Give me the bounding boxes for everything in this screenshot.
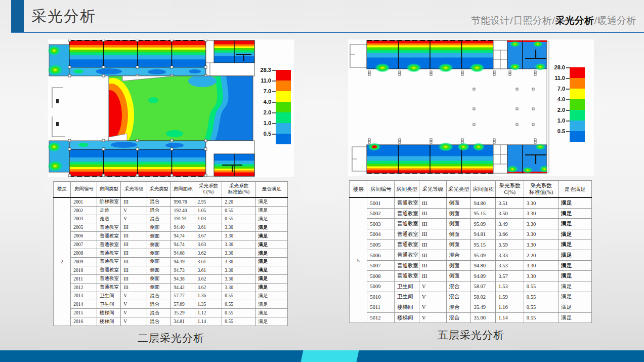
daylight-type: 侧面 [147, 266, 171, 274]
legend-value-label: 7.0 [259, 88, 271, 94]
daylight-coefficient: 1.35 [195, 300, 222, 309]
daylight-coefficient: 3.63 [195, 240, 222, 249]
daylight-grade: V [121, 215, 147, 223]
standard-value: 0.55 [524, 292, 558, 302]
panel-floor5: 28.011.07.04.02.01.00.5 楼层房间编号房间类型采光等级采光… [348, 39, 594, 342]
standard-value: 3.30 [222, 274, 255, 283]
breadcrumb-item: 采光分析 [555, 15, 594, 26]
daylight-type: 混合 [147, 215, 171, 223]
daylight-type: 侧面 [147, 223, 171, 232]
room-area: 94.74 [171, 240, 195, 249]
room-type: 普通教室 [97, 223, 121, 232]
room-area: 34.81 [171, 317, 195, 326]
legend-value-label: 4.0 [259, 99, 271, 105]
page-title: 采光分析 [31, 6, 96, 27]
room-area: 94.39 [171, 257, 195, 266]
room-id: 5008 [367, 271, 395, 281]
column-header: 是否满足 [559, 181, 592, 198]
room-id: 2012 [71, 283, 97, 292]
table-row: 55001普通教室III侧面94.803.513.30满足 [350, 197, 592, 208]
column-header: 采光系数标准值(%) [222, 182, 255, 197]
legend-tick [272, 91, 276, 92]
room-id: 5004 [367, 229, 395, 240]
satisfied-status: 满足 [559, 229, 592, 240]
table-row: 5007普通教室III侧面94.803.533.30满足 [350, 260, 592, 271]
room-id: 5011 [367, 302, 395, 313]
room-id: 5012 [367, 312, 395, 323]
room-area: 94.80 [471, 260, 496, 271]
breadcrumb-separator: / [510, 15, 512, 26]
daylight-coefficient: 1.05 [195, 206, 222, 215]
room-type: 楼梯间 [97, 317, 121, 326]
legend-tick [566, 120, 570, 122]
room-id: 5002 [367, 208, 395, 219]
daylight-grade: III [419, 208, 446, 219]
legend-tick [566, 99, 570, 100]
standard-value: 3.30 [524, 219, 558, 229]
legend-color-band [570, 99, 585, 110]
legend-tick [566, 110, 570, 111]
room-id: 2014 [71, 300, 97, 309]
daylight-coefficient: 1.36 [195, 292, 222, 300]
daylight-coefficient: 3.57 [496, 271, 524, 281]
room-type: 普通教室 [395, 260, 419, 271]
table-row: 5012楼梯间V混合35.001.140.55满足 [350, 312, 592, 323]
room-area: 94.81 [471, 229, 496, 240]
legend-tick [272, 81, 276, 82]
room-area: 58.02 [471, 292, 496, 302]
room-area: 35.29 [171, 309, 195, 317]
room-area: 57.77 [171, 292, 195, 300]
room-area: 94.80 [471, 197, 496, 208]
table-row: 2013卫生间V混合57.771.360.55满足 [54, 292, 288, 300]
daylight-coefficient: 3.61 [195, 257, 222, 266]
legend-value-label: 0.5 [552, 128, 565, 134]
standard-value: 0.55 [222, 206, 255, 215]
column-header: 采光系数标准值(%) [524, 181, 558, 198]
daylight-grade: V [419, 312, 446, 323]
room-type: 卫生间 [395, 292, 419, 302]
legend-value-label: 7.0 [552, 86, 565, 92]
daylight-coefficient: 3.59 [496, 239, 524, 250]
daylight-type: 混合 [446, 312, 471, 323]
room-type: 卫生间 [97, 300, 121, 309]
daylight-type: 混合 [147, 206, 171, 215]
daylight-type: 混合 [147, 197, 171, 206]
floor5-table: 楼层房间编号房间类型采光等级采光类型房间面积采光系数C(%)采光系数标准值(%)… [349, 180, 592, 323]
title-accent-bar [11, 0, 24, 32]
daylight-type: 混合 [446, 250, 471, 261]
daylight-type: 侧面 [147, 232, 171, 240]
satisfied-status: 满足 [559, 197, 592, 208]
room-id: 2016 [71, 317, 97, 326]
column-header: 采光类型 [147, 182, 171, 197]
table-row: 5010卫生间V混合58.021.590.55满足 [350, 292, 592, 302]
satisfied-status: 满足 [255, 206, 288, 215]
room-id: 2011 [71, 274, 97, 283]
room-id: 2010 [71, 266, 97, 274]
legend-value-label: 4.0 [552, 96, 565, 102]
table-row: 5005普通教室III侧面95.153.593.30满足 [350, 239, 592, 250]
legend-color-band [570, 89, 585, 99]
satisfied-status: 满足 [559, 312, 592, 323]
daylight-grade: V [121, 317, 147, 326]
room-id: 2001 [71, 197, 97, 206]
column-header: 采光等级 [419, 181, 446, 198]
daylight-grade: III [419, 197, 446, 208]
legend-value-label: 1.0 [259, 120, 271, 126]
daylight-type: 侧面 [147, 257, 171, 266]
room-id: 2015 [71, 309, 97, 317]
room-type: 普通教室 [395, 250, 419, 261]
room-type: 普通教室 [395, 239, 419, 250]
legend-tick [566, 89, 570, 90]
standard-value: 3.30 [222, 223, 255, 232]
floor2-legend: 28.311.07.04.02.01.00.5 [259, 70, 292, 146]
column-header: 房间面积 [171, 182, 195, 197]
daylight-coefficient: 1.12 [195, 309, 222, 317]
daylight-coefficient: 3.61 [195, 223, 222, 232]
standard-value: 3.30 [222, 232, 255, 240]
table-row: 5006普通教室III混合95.093.332.20满足 [350, 250, 592, 261]
breadcrumb-separator: / [594, 15, 597, 26]
room-type: 普通教室 [395, 229, 419, 240]
slide: 采光分析 节能设计/日照分析/采光分析/暖通分析 [0, 0, 644, 362]
standard-value: 0.55 [222, 215, 255, 223]
daylight-type: 混合 [147, 292, 171, 300]
